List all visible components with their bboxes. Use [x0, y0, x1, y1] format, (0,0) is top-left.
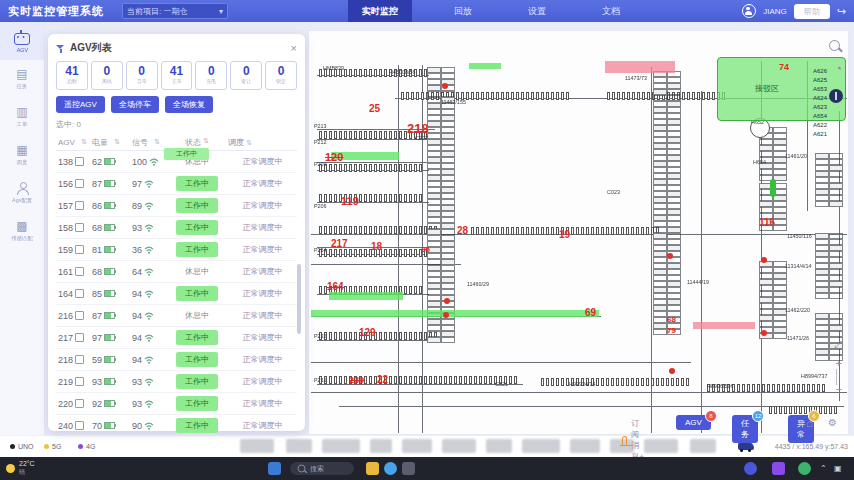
status-badge: 工作中 — [176, 176, 218, 191]
subscribe-item[interactable]: 订阅消息+ — [622, 418, 645, 462]
rack-column — [653, 71, 681, 335]
taskbar-app2-icon[interactable] — [772, 462, 785, 475]
tray-chevron-icon[interactable]: ⌃ — [820, 464, 827, 473]
battery-icon — [104, 268, 115, 275]
taskbar-weather[interactable]: 22°C 晴 — [6, 460, 35, 476]
table-row[interactable]: 1598136工作中正常调度中 — [56, 239, 297, 261]
status-cell: 工作中 — [166, 396, 228, 411]
table-row[interactable]: 1578689工作中正常调度中 — [56, 195, 297, 217]
tab-设置[interactable]: 设置 — [514, 0, 560, 22]
map-label: P206 — [314, 203, 327, 208]
signal-cell: 64 — [132, 267, 166, 277]
taskbar-search[interactable]: 搜索 — [290, 462, 354, 475]
col-header-信号[interactable]: 信号 ⇅ — [132, 137, 166, 148]
project-select-value: 当前项目: 一期仓 — [127, 6, 187, 17]
watermark-block — [286, 439, 312, 453]
sidebar-item-label: 传感匹配 — [11, 234, 33, 242]
signal-cell: 100 — [132, 157, 166, 167]
agv-type-icon — [75, 421, 84, 430]
status-cell: 工作中 — [166, 286, 228, 301]
sort-icon[interactable]: ⇅ — [203, 137, 209, 148]
map-rail-h — [311, 392, 847, 393]
map-search-icon[interactable] — [829, 37, 840, 55]
taskbar-teams-icon[interactable] — [744, 462, 757, 475]
map-zoom-in-button[interactable]: + — [836, 357, 842, 369]
遥控AGV-button[interactable]: 遥控AGV — [56, 96, 105, 113]
stat-value: 0 — [208, 65, 215, 77]
tray-notification-icon[interactable]: ▣ — [834, 464, 842, 473]
table-row[interactable]: 2209293工作中正常调度中 — [56, 393, 297, 415]
gear-icon[interactable]: ⚙ — [828, 417, 837, 428]
sort-icon[interactable]: ⇅ — [246, 139, 252, 146]
col-header-AGV[interactable]: AGV ⇅ — [56, 138, 92, 147]
sidebar-item-Agv配置[interactable]: Agv配置 — [0, 174, 44, 212]
tab-文档[interactable]: 文档 — [588, 0, 634, 22]
全场停车-button[interactable]: 全场停车 — [111, 96, 159, 113]
battery-icon — [104, 180, 115, 187]
taskbar-app-icon[interactable] — [402, 462, 415, 475]
tab-实时监控[interactable]: 实时监控 — [348, 0, 412, 22]
table-row[interactable]: 1616864休息中正常调度中 — [56, 261, 297, 283]
taskbar-app3-icon[interactable] — [798, 462, 811, 475]
stat-value: 0 — [138, 65, 145, 77]
table-row[interactable]: 1568797工作中正常调度中 — [56, 173, 297, 195]
taskbar-browser-icon[interactable] — [384, 462, 397, 475]
signal-cell: 94 — [132, 289, 166, 299]
home-icon[interactable]: ⌂ — [806, 417, 813, 429]
station-label: A626 — [813, 68, 827, 74]
taskbar-folder-icon[interactable] — [366, 462, 379, 475]
table-row[interactable]: 2407090工作中正常调度中 — [56, 415, 297, 437]
sidebar-item-AGV[interactable]: AGV — [0, 22, 44, 60]
sort-icon[interactable]: ⇅ — [154, 138, 160, 146]
sort-icon[interactable]: ⇅ — [81, 138, 87, 146]
col-header-状态[interactable]: 状态 ⇅ — [166, 137, 228, 148]
col-header-电量[interactable]: 电量 ⇅ — [92, 137, 132, 148]
col-header-调度[interactable]: 调度 ⇅ — [228, 137, 297, 148]
map-expand-icon[interactable]: ⤢ — [834, 339, 842, 351]
table-scrollbar[interactable] — [297, 264, 301, 334]
tab-回放[interactable]: 回放 — [440, 0, 486, 22]
sidebar-item-传感匹配[interactable]: ▩传感匹配 — [0, 212, 44, 250]
sidebar-item-调度[interactable]: ▦调度 — [0, 136, 44, 174]
table-row[interactable]: 2168794休息中正常调度中 — [56, 305, 297, 327]
taskbar-start-icon[interactable] — [268, 462, 281, 475]
sort-icon[interactable]: ⇅ — [114, 138, 120, 146]
signal-cell: 97 — [132, 179, 166, 189]
overlay-button-AGV[interactable]: AGV8 — [676, 415, 711, 430]
battery-cell: 86 — [92, 201, 132, 211]
close-icon[interactable]: × — [291, 43, 297, 53]
highlight-red-path — [605, 61, 675, 73]
map-label: C021 — [495, 381, 508, 386]
taskbar-search-label: 搜索 — [310, 464, 324, 474]
stat-box-总数: 41总数 — [56, 61, 88, 90]
map-canvas[interactable]: ◔ ⤢ + − 接驳区A626A625A653A624A623A654A622A… — [308, 30, 849, 435]
map-zoom-out-button[interactable]: − — [836, 383, 842, 395]
sidebar-item-工单[interactable]: ▥工单 — [0, 98, 44, 136]
table-row[interactable]: 2179794工作中正常调度中 — [56, 327, 297, 349]
map-history-icon[interactable]: ◔ — [834, 63, 842, 75]
status-cell: 工作中 — [166, 176, 228, 191]
battery-cell: 87 — [92, 311, 132, 321]
logout-icon[interactable]: ↪ — [837, 5, 846, 18]
table-row[interactable]: 1586893工作中正常调度中 — [56, 217, 297, 239]
status-filter-chip[interactable]: 工作中 — [164, 148, 209, 160]
map-label: P212 — [314, 139, 327, 144]
legend-item-4G: 4G — [78, 443, 95, 450]
robot-icon — [14, 33, 30, 45]
table-row[interactable]: 2199393工作中正常调度中 — [56, 371, 297, 393]
project-select[interactable]: 当前项目: 一期仓 ▾ — [122, 3, 228, 19]
agv-alert-dot — [761, 330, 767, 336]
table-row[interactable]: 1648594工作中正常调度中 — [56, 283, 297, 305]
map-count-red: 69 — [585, 307, 596, 318]
help-button[interactable]: 帮助 — [794, 4, 830, 19]
status-cell: 休息中 — [166, 266, 228, 277]
overlay-button-任务[interactable]: 任务12 — [732, 415, 758, 443]
全场恢复-button[interactable]: 全场恢复 — [165, 96, 213, 113]
agv-id-cell: 158 — [56, 223, 92, 233]
map-compass-icon[interactable] — [829, 89, 843, 107]
table-row[interactable]: 2185994工作中正常调度中 — [56, 349, 297, 371]
agv-alert-dot — [442, 83, 448, 89]
sidebar-item-任务[interactable]: ▤任务 — [0, 60, 44, 98]
sidebar-item-label: 工单 — [17, 120, 28, 128]
battery-cell: 85 — [92, 289, 132, 299]
